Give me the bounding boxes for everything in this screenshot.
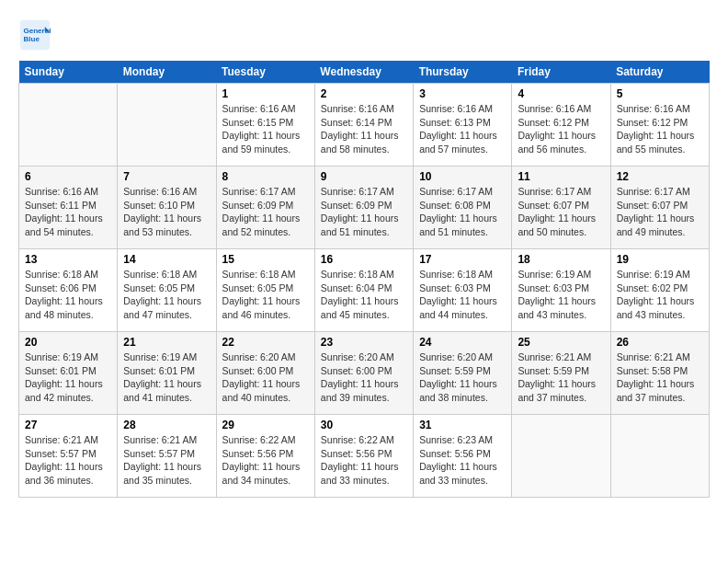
calendar-cell: 20Sunrise: 6:19 AMSunset: 6:01 PMDayligh… — [19, 332, 118, 415]
calendar-cell: 17Sunrise: 6:18 AMSunset: 6:03 PMDayligh… — [414, 249, 512, 332]
page-header: General Blue — [18, 18, 710, 52]
calendar-cell: 12Sunrise: 6:17 AMSunset: 6:07 PMDayligh… — [610, 167, 709, 249]
day-info: Sunrise: 6:21 AMSunset: 5:58 PMDaylight:… — [617, 350, 703, 405]
day-number: 22 — [222, 336, 309, 349]
calendar-cell: 23Sunrise: 6:20 AMSunset: 6:00 PMDayligh… — [314, 332, 413, 415]
day-number: 29 — [222, 419, 309, 431]
calendar-cell: 7Sunrise: 6:16 AMSunset: 6:10 PMDaylight… — [118, 167, 216, 249]
day-number: 13 — [25, 253, 111, 266]
calendar-cell: 2Sunrise: 6:16 AMSunset: 6:14 PMDaylight… — [314, 84, 413, 167]
day-number: 3 — [419, 87, 506, 100]
week-row-3: 13Sunrise: 6:18 AMSunset: 6:06 PMDayligh… — [19, 249, 710, 332]
week-row-2: 6Sunrise: 6:16 AMSunset: 6:11 PMDaylight… — [19, 167, 710, 249]
calendar-cell: 14Sunrise: 6:18 AMSunset: 6:05 PMDayligh… — [118, 249, 216, 332]
day-info: Sunrise: 6:23 AMSunset: 5:56 PMDaylight:… — [419, 433, 506, 488]
col-header-wednesday: Wednesday — [314, 61, 413, 84]
day-number: 14 — [123, 253, 210, 266]
calendar-cell: 26Sunrise: 6:21 AMSunset: 5:58 PMDayligh… — [610, 332, 709, 415]
calendar-cell: 18Sunrise: 6:19 AMSunset: 6:03 PMDayligh… — [512, 249, 610, 332]
svg-text:Blue: Blue — [23, 35, 40, 43]
day-number: 16 — [321, 253, 407, 266]
week-row-4: 20Sunrise: 6:19 AMSunset: 6:01 PMDayligh… — [19, 332, 710, 415]
calendar-cell: 27Sunrise: 6:21 AMSunset: 5:57 PMDayligh… — [19, 415, 118, 498]
calendar-cell: 16Sunrise: 6:18 AMSunset: 6:04 PMDayligh… — [314, 249, 413, 332]
day-number: 28 — [123, 419, 210, 431]
day-number: 18 — [518, 253, 604, 266]
calendar-cell — [610, 415, 709, 498]
calendar-cell: 10Sunrise: 6:17 AMSunset: 6:08 PMDayligh… — [414, 167, 512, 249]
day-info: Sunrise: 6:18 AMSunset: 6:03 PMDaylight:… — [419, 268, 506, 322]
week-row-1: 1Sunrise: 6:16 AMSunset: 6:15 PMDaylight… — [19, 84, 710, 167]
calendar-cell: 24Sunrise: 6:20 AMSunset: 5:59 PMDayligh… — [414, 332, 512, 415]
col-header-thursday: Thursday — [414, 61, 512, 84]
day-info: Sunrise: 6:21 AMSunset: 5:57 PMDaylight:… — [123, 433, 210, 488]
calendar-cell: 8Sunrise: 6:17 AMSunset: 6:09 PMDaylight… — [216, 167, 314, 249]
day-info: Sunrise: 6:20 AMSunset: 6:00 PMDaylight:… — [321, 350, 407, 405]
calendar-cell: 3Sunrise: 6:16 AMSunset: 6:13 PMDaylight… — [414, 84, 512, 167]
calendar-cell: 30Sunrise: 6:22 AMSunset: 5:56 PMDayligh… — [314, 415, 413, 498]
calendar-cell: 19Sunrise: 6:19 AMSunset: 6:02 PMDayligh… — [610, 249, 709, 332]
day-info: Sunrise: 6:16 AMSunset: 6:12 PMDaylight:… — [617, 102, 703, 156]
logo-icon: General Blue — [18, 18, 51, 52]
day-number: 26 — [617, 336, 703, 349]
day-info: Sunrise: 6:20 AMSunset: 6:00 PMDaylight:… — [222, 350, 309, 405]
day-info: Sunrise: 6:22 AMSunset: 5:56 PMDaylight:… — [321, 433, 407, 488]
day-info: Sunrise: 6:19 AMSunset: 6:02 PMDaylight:… — [617, 268, 703, 322]
calendar-cell: 4Sunrise: 6:16 AMSunset: 6:12 PMDaylight… — [512, 84, 610, 167]
day-number: 11 — [518, 170, 604, 183]
day-number: 17 — [419, 253, 506, 266]
day-number: 9 — [321, 170, 407, 183]
day-info: Sunrise: 6:17 AMSunset: 6:08 PMDaylight:… — [419, 185, 506, 239]
header-row: SundayMondayTuesdayWednesdayThursdayFrid… — [19, 61, 710, 84]
calendar-cell — [512, 415, 610, 498]
day-info: Sunrise: 6:21 AMSunset: 5:59 PMDaylight:… — [518, 350, 604, 405]
col-header-friday: Friday — [512, 61, 610, 84]
day-number: 24 — [419, 336, 506, 349]
col-header-tuesday: Tuesday — [216, 61, 314, 84]
day-info: Sunrise: 6:18 AMSunset: 6:05 PMDaylight:… — [123, 268, 210, 322]
day-number: 19 — [617, 253, 703, 266]
day-info: Sunrise: 6:16 AMSunset: 6:14 PMDaylight:… — [321, 102, 407, 156]
col-header-sunday: Sunday — [19, 61, 118, 84]
day-number: 12 — [617, 170, 703, 183]
day-info: Sunrise: 6:18 AMSunset: 6:05 PMDaylight:… — [222, 268, 309, 322]
day-info: Sunrise: 6:19 AMSunset: 6:01 PMDaylight:… — [123, 350, 210, 405]
calendar-cell: 22Sunrise: 6:20 AMSunset: 6:00 PMDayligh… — [216, 332, 314, 415]
day-info: Sunrise: 6:16 AMSunset: 6:11 PMDaylight:… — [25, 185, 111, 239]
day-number: 23 — [321, 336, 407, 349]
day-number: 5 — [617, 87, 703, 100]
day-number: 31 — [419, 419, 506, 431]
day-number: 2 — [321, 87, 407, 100]
day-number: 25 — [518, 336, 604, 349]
calendar-cell: 15Sunrise: 6:18 AMSunset: 6:05 PMDayligh… — [216, 249, 314, 332]
day-info: Sunrise: 6:18 AMSunset: 6:06 PMDaylight:… — [25, 268, 111, 322]
calendar-cell: 13Sunrise: 6:18 AMSunset: 6:06 PMDayligh… — [19, 249, 118, 332]
calendar-cell: 29Sunrise: 6:22 AMSunset: 5:56 PMDayligh… — [216, 415, 314, 498]
day-info: Sunrise: 6:17 AMSunset: 6:07 PMDaylight:… — [617, 185, 703, 239]
logo: General Blue — [18, 18, 57, 52]
day-info: Sunrise: 6:21 AMSunset: 5:57 PMDaylight:… — [25, 433, 111, 488]
day-number: 21 — [123, 336, 210, 349]
day-info: Sunrise: 6:17 AMSunset: 6:07 PMDaylight:… — [518, 185, 604, 239]
calendar-cell: 11Sunrise: 6:17 AMSunset: 6:07 PMDayligh… — [512, 167, 610, 249]
day-number: 8 — [222, 170, 309, 183]
calendar-cell: 28Sunrise: 6:21 AMSunset: 5:57 PMDayligh… — [118, 415, 216, 498]
calendar-table: SundayMondayTuesdayWednesdayThursdayFrid… — [18, 61, 710, 498]
week-row-5: 27Sunrise: 6:21 AMSunset: 5:57 PMDayligh… — [19, 415, 710, 498]
day-info: Sunrise: 6:20 AMSunset: 5:59 PMDaylight:… — [419, 350, 506, 405]
calendar-cell — [19, 84, 118, 167]
col-header-monday: Monday — [118, 61, 216, 84]
day-number: 1 — [222, 87, 309, 100]
day-info: Sunrise: 6:18 AMSunset: 6:04 PMDaylight:… — [321, 268, 407, 322]
day-number: 30 — [321, 419, 407, 431]
day-number: 6 — [25, 170, 111, 183]
day-info: Sunrise: 6:17 AMSunset: 6:09 PMDaylight:… — [222, 185, 309, 239]
day-info: Sunrise: 6:19 AMSunset: 6:01 PMDaylight:… — [25, 350, 111, 405]
day-number: 27 — [25, 419, 111, 431]
day-info: Sunrise: 6:22 AMSunset: 5:56 PMDaylight:… — [222, 433, 309, 488]
calendar-cell: 25Sunrise: 6:21 AMSunset: 5:59 PMDayligh… — [512, 332, 610, 415]
calendar-cell: 6Sunrise: 6:16 AMSunset: 6:11 PMDaylight… — [19, 167, 118, 249]
day-number: 7 — [123, 170, 210, 183]
calendar-cell: 9Sunrise: 6:17 AMSunset: 6:09 PMDaylight… — [314, 167, 413, 249]
day-number: 4 — [518, 87, 604, 100]
